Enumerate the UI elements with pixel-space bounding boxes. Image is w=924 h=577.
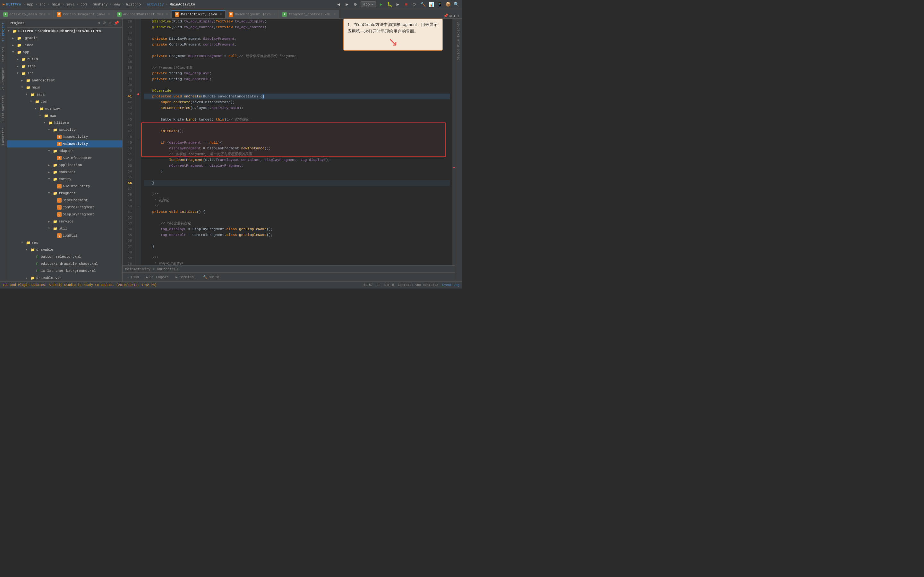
breakpoint-icon[interactable]: ● [136,92,141,97]
tree-item-display-fragment[interactable]: ▶ C DisplayFragment [7,211,122,218]
tree-item-java[interactable]: ▼ 📁 java [7,91,122,98]
tree-item-mushiny[interactable]: ▼ 📁 mushiny [7,105,122,112]
editor-pin-icon[interactable]: 📌 [443,13,448,18]
tree-item-build[interactable]: ▶ 📁 build [7,56,122,63]
tree-label: entity [59,177,71,181]
logcat-tab[interactable]: ▶ 6: Logcat [143,274,172,281]
tab-fragment-control-xml[interactable]: X fragment_control.xml × [279,10,339,18]
tree-item-drawable[interactable]: ▼ 📁 drawable [7,246,122,253]
tree-item-app[interactable]: ▼ 📁 app [7,49,122,56]
close-tab-icon[interactable]: × [166,12,168,17]
scrollbar[interactable] [452,19,455,266]
collapse-icon[interactable]: ⊟ [108,20,112,26]
settings-icon[interactable]: ⚙ [352,1,359,8]
tree-item-res[interactable]: ▼ 📁 res [7,239,122,246]
stop-button[interactable]: ■ [403,1,409,8]
folder-icon: 📁 [26,85,31,90]
sdk-button[interactable]: 📦 [445,1,451,8]
close-tab-icon[interactable]: × [273,12,276,17]
pin-icon[interactable]: 📌 [113,20,120,26]
fold-icon[interactable]: − [136,204,141,210]
tree-item-button-selector[interactable]: ▶ 🗒 button_selector.xml [7,253,122,260]
build-variants-tab[interactable]: Build Variants [1,93,6,125]
build-button[interactable]: 🔨 [420,1,426,8]
tree-item-util[interactable]: ▼ 📁 util [7,225,122,232]
fold-icon[interactable]: − [136,137,141,142]
tree-item-log-util[interactable]: ▶ C LogUtil [7,232,122,239]
folder-icon: 📁 [53,163,58,168]
tree-label: drawable-v24 [36,276,61,280]
tree-item-application[interactable]: ▶ 📁 application [7,161,122,169]
tree-item-drawable-v24[interactable]: ▶ 📁 drawable-v24 [7,274,122,282]
class-icon: C [57,234,61,238]
tree-item-base-fragment[interactable]: ▶ C BaseFragment [7,197,122,204]
project-panel-tab[interactable]: 1: Project [1,20,6,44]
class-icon: C [57,142,61,146]
tree-item-edittext-drawable[interactable]: ▶ 🗒 edittext_drawable_shape.xml [7,260,122,268]
code-line-57 [144,186,450,192]
tree-item-idea[interactable]: ▶ 📁 .idea [7,42,122,49]
close-tab-icon[interactable]: × [48,12,50,17]
code-area[interactable]: 28 29 30 31 32 33 34 35 36 37 38 39 40 4… [123,19,455,266]
avd-button[interactable]: 📱 [436,1,443,8]
navigate-back-icon[interactable]: ◀ [336,1,342,8]
tree-item-hlitpro[interactable]: ▼ 📁 HLITPro ~/AndroidStudioProjects/HLIT… [7,27,122,35]
analyze-button[interactable]: 📊 [428,1,435,8]
tree-item-agvinfo-entity[interactable]: ▶ C AGVInfoEntity [7,183,122,190]
tree-item-ic-launcher[interactable]: ▶ 🗒 ic_launcher_background.xml [7,268,122,274]
tree-item-www[interactable]: ▼ 📁 www [7,112,122,119]
run-coverage-button[interactable]: ▶ [395,1,401,8]
tree-item-com[interactable]: ▼ 📁 com [7,98,122,105]
tree-item-hlitpro-pkg[interactable]: ▼ 📁 hlitpro [7,119,122,126]
tree-item-base-activity[interactable]: ▶ C BaseActivity [7,133,122,140]
tree-item-androidtest[interactable]: ▶ 📁 androidTest [7,77,122,84]
structure-panel-tab[interactable]: 2: Structure [1,65,6,93]
navigate-forward-icon[interactable]: ▶ [344,1,351,8]
build-tab[interactable]: 🔨 Build [200,274,223,281]
tree-item-agvinfo-adapter[interactable]: ▶ C AGVInfoAdapter [7,155,122,161]
debug-button[interactable]: 🐛 [386,1,393,8]
event-log-link[interactable]: Event Log [442,284,459,287]
tree-item-src[interactable]: ▼ 📁 src [7,70,122,77]
editor-breadcrumb-bar: MainActivity > onCreate() [123,266,455,272]
tree-item-gradle[interactable]: ▶ 📁 .gradle [7,35,122,42]
folder-icon: 📁 [26,78,31,83]
tree-item-adapter[interactable]: ▼ 📁 adapter [7,147,122,155]
tree-item-constant[interactable]: ▶ 📁 constant [7,169,122,176]
tab-activity-main-xml[interactable]: X activity_main.xml × [0,10,53,18]
device-file-explorer-tab[interactable]: Device File Explorer [456,20,461,62]
close-tab-icon[interactable]: × [220,12,222,17]
tree-item-control-fragment[interactable]: ▶ C ControlFragment [7,204,122,211]
terminal-tab[interactable]: ▶ Terminal [172,274,199,281]
captures-panel-tab[interactable]: Captures [1,44,6,65]
tree-item-main-activity[interactable]: ▶ C MainActivity [7,140,122,147]
tree-item-entity[interactable]: ▼ 📁 entity [7,176,122,183]
todo-tab[interactable]: ⚠ TODO [124,274,142,281]
code-line-39 [144,82,450,88]
sync-button[interactable]: ⟳ [411,1,418,8]
code-line-52: loadRootFragment(R.id.framelayout_contai… [144,157,450,163]
settings-icon[interactable]: ⚙ [97,20,101,26]
search-button[interactable]: 🔍 [453,1,459,8]
code-line-51: // 加载根 fragment, 第一次进入应用显示的界面 [144,151,450,157]
tree-item-main[interactable]: ▼ 📁 main [7,84,122,91]
run-button[interactable]: ▶ [378,1,384,8]
tree-item-libs[interactable]: ▶ 📁 libs [7,63,122,70]
tree-item-service[interactable]: ▶ 📁 service [7,218,122,225]
sync-icon[interactable]: ⟳ [102,20,107,26]
code-container: 28 29 30 31 32 33 34 35 36 37 38 39 40 4… [123,19,455,266]
code-line-62 [144,215,450,221]
run-config-selector[interactable]: app ▾ [360,1,376,7]
favorites-tab[interactable]: Favorites [1,125,6,147]
split-editor-icon[interactable]: ⊞ [449,13,452,18]
tab-main-activity-java[interactable]: C MainActivity.java × [172,10,225,18]
tab-android-manifest-xml[interactable]: X AndroidManifest.xml × [114,10,172,18]
tab-base-fragment-java[interactable]: C BaseFragment.java × [226,10,279,18]
collapse-icon: ▼ [21,241,26,244]
close-tab-icon[interactable]: × [108,12,110,17]
close-tab-icon[interactable]: × [333,12,336,17]
tab-control-fragment-java[interactable]: C ControlFragment.java × [53,10,113,18]
breadcrumb-text: MainActivity > onCreate() [125,268,178,271]
tree-item-fragment[interactable]: ▼ 📁 fragment [7,190,122,197]
tree-item-activity[interactable]: ▼ 📁 activity [7,126,122,133]
